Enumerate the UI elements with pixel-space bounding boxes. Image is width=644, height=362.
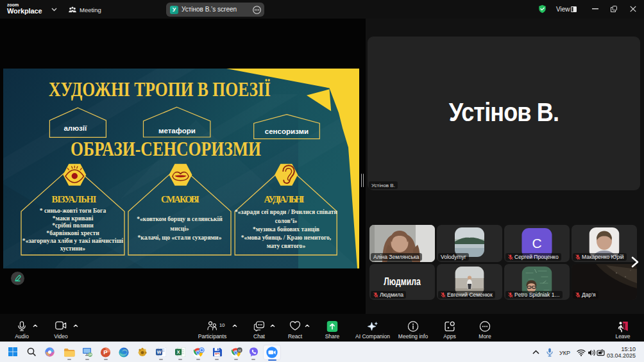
svg-text:H: H bbox=[239, 349, 241, 352]
svg-text:алюзії: алюзії bbox=[64, 124, 87, 132]
svg-text:ОБРАЗИ-СЕНСОРИЗМИ: ОБРАЗИ-СЕНСОРИЗМИ bbox=[71, 138, 261, 160]
svg-text:*маки криваві: *маки криваві bbox=[53, 215, 94, 222]
svg-text:ХУДОЖНІ ТРОПИ В ПОЕЗІЇ: ХУДОЖНІ ТРОПИ В ПОЕЗІЇ bbox=[49, 78, 271, 101]
svg-text:хустини»: хустини» bbox=[60, 245, 85, 252]
svg-text:* синьо-жовті тоги Бога: * синьо-жовті тоги Бога bbox=[40, 207, 106, 214]
svg-text:*«заради сеї вроди / Вчилися с: *«заради сеї вроди / Вчилися співати bbox=[235, 208, 337, 215]
svg-text:*барвінкові хрести: *барвінкові хрести bbox=[46, 229, 99, 236]
svg-text:метафори: метафори bbox=[158, 127, 196, 135]
svg-text:X: X bbox=[176, 349, 180, 355]
svg-text:*«загорнула хліби у такі найчи: *«загорнула хліби у такі найчистіші bbox=[22, 237, 124, 244]
svg-text:СМАКОВІ: СМАКОВІ bbox=[161, 194, 199, 204]
svg-text:мату святого»: мату святого» bbox=[267, 242, 306, 249]
svg-text:ВІЗУАЛЬНІ: ВІЗУАЛЬНІ bbox=[52, 194, 97, 204]
svg-text:W: W bbox=[157, 349, 162, 355]
svg-text:*калачі, що «стали сухарями»: *калачі, що «стали сухарями» bbox=[138, 234, 222, 241]
svg-text:*«ковтком борщу в селянській: *«ковтком борщу в селянській bbox=[137, 215, 223, 222]
svg-text:*«мова убивць / Краю немитого,: *«мова убивць / Краю немитого, bbox=[241, 234, 332, 241]
svg-text:*музика бойових танців: *музика бойових танців bbox=[253, 226, 319, 233]
svg-text:мисці»: мисці» bbox=[170, 225, 189, 232]
svg-text:P: P bbox=[103, 349, 108, 356]
svg-text:TY: TY bbox=[219, 354, 222, 356]
svg-text:*срібні полини: *срібні полини bbox=[52, 222, 94, 229]
svg-text:АУДІАЛЬНІ: АУДІАЛЬНІ bbox=[264, 194, 305, 204]
svg-text:солов’ї»: солов’ї» bbox=[275, 217, 298, 224]
svg-text:сенсоризми: сенсоризми bbox=[265, 128, 309, 135]
